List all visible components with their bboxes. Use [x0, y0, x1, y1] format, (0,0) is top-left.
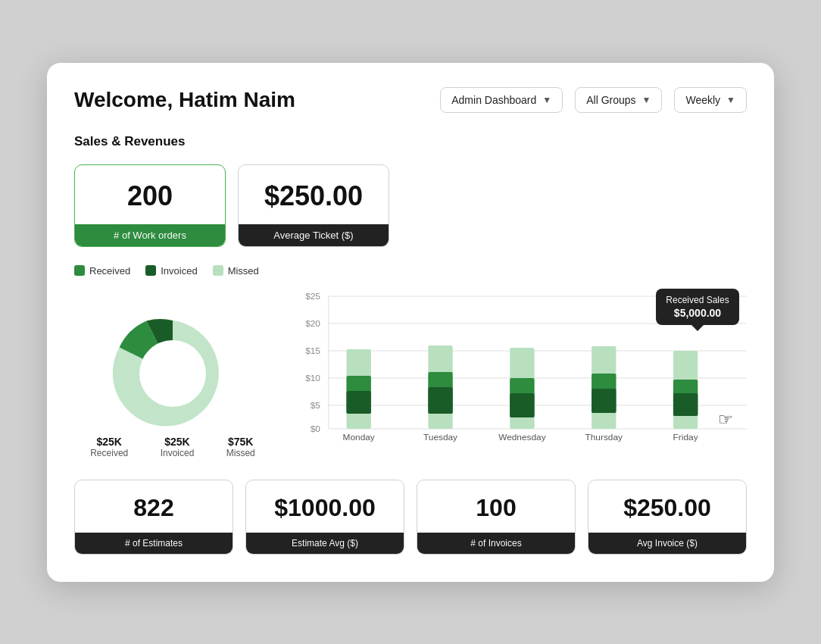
svg-text:Tuesday: Tuesday: [423, 433, 457, 442]
dashboard-dropdown-label: Admin Dashboard: [451, 94, 536, 106]
avg-ticket-value: $250.00: [239, 165, 389, 224]
svg-rect-24: [510, 393, 534, 417]
donut-received-amount: $25K: [90, 436, 128, 448]
legend-missed: Missed: [213, 265, 259, 277]
svg-text:$20: $20: [305, 319, 320, 328]
avg-invoice-value: $250.00: [588, 480, 746, 533]
dashboard-dropdown[interactable]: Admin Dashboard ▼: [440, 87, 563, 113]
svg-text:Monday: Monday: [343, 433, 375, 442]
donut-missed-amount: $75K: [226, 436, 255, 448]
invoiced-dot: [145, 265, 156, 276]
chart-legend: Received Invoiced Missed: [74, 265, 747, 277]
svg-text:$10: $10: [305, 374, 320, 383]
estimates-value: 822: [75, 480, 233, 533]
avg-invoice-stat: $250.00 Avg Invoice ($): [588, 480, 747, 555]
svg-text:$5: $5: [311, 401, 320, 410]
svg-text:$0: $0: [311, 424, 320, 433]
welcome-title: Welcome, Hatim Naim: [74, 88, 428, 112]
avg-invoice-label: Avg Invoice ($): [588, 533, 746, 554]
estimate-avg-value: $1000.00: [246, 480, 404, 533]
work-orders-stat: 200 # of Work orders: [74, 164, 226, 247]
svg-text:Wednesday: Wednesday: [498, 433, 546, 442]
donut-invoiced-amount: $25K: [161, 436, 195, 448]
bar-chart: $25 $20 $15 $10 $5 $0 Monday Tuesday: [289, 289, 747, 458]
avg-ticket-label: Average Ticket ($): [239, 224, 389, 246]
estimate-avg-stat: $1000.00 Estimate Avg ($): [245, 480, 404, 555]
estimates-stat: 822 # of Estimates: [74, 480, 233, 555]
svg-rect-16: [347, 391, 371, 414]
period-dropdown-label: Weekly: [685, 94, 720, 106]
header: Welcome, Hatim Naim Admin Dashboard ▼ Al…: [74, 87, 747, 113]
svg-text:$25: $25: [305, 292, 320, 301]
groups-dropdown[interactable]: All Groups ▼: [575, 87, 662, 113]
donut-labels: $25K Received $25K Invoiced $75K Missed: [74, 436, 271, 458]
invoiced-label: Invoiced: [161, 265, 197, 277]
donut-invoiced: $25K Invoiced: [161, 436, 195, 458]
svg-text:$15: $15: [305, 346, 320, 355]
dashboard-card: Welcome, Hatim Naim Admin Dashboard ▼ Al…: [47, 63, 774, 582]
groups-dropdown-label: All Groups: [586, 94, 635, 106]
donut-received: $25K Received: [90, 436, 128, 458]
donut-received-name: Received: [90, 448, 128, 458]
bar-chart-svg: $25 $20 $15 $10 $5 $0 Monday Tuesday: [289, 289, 747, 455]
svg-text:Thursday: Thursday: [585, 433, 623, 442]
svg-rect-20: [428, 387, 452, 414]
invoices-value: 100: [417, 480, 575, 533]
received-label: Received: [89, 265, 130, 277]
bottom-stats: 822 # of Estimates $1000.00 Estimate Avg…: [74, 480, 747, 555]
missed-label: Missed: [228, 265, 259, 277]
chevron-down-icon: ▼: [542, 95, 551, 105]
svg-rect-28: [592, 389, 616, 413]
section-title: Sales & Revenues: [74, 134, 747, 149]
charts-row: $25K Received $25K Invoiced $75K Missed: [74, 289, 747, 458]
donut-missed-name: Missed: [226, 448, 255, 458]
invoices-stat: 100 # of Invoices: [417, 480, 576, 555]
top-stats: 200 # of Work orders $250.00 Average Tic…: [74, 164, 747, 247]
chevron-down-icon: ▼: [726, 95, 735, 105]
svg-rect-32: [673, 393, 698, 416]
svg-point-0: [139, 340, 206, 407]
work-orders-label: # of Work orders: [75, 224, 225, 246]
cursor-icon: ☞: [718, 410, 733, 430]
estimates-label: # of Estimates: [75, 533, 233, 554]
svg-text:Friday: Friday: [673, 433, 698, 442]
legend-received: Received: [74, 265, 130, 277]
chevron-down-icon: ▼: [642, 95, 651, 105]
missed-dot: [213, 265, 223, 276]
legend-invoiced: Invoiced: [145, 265, 197, 277]
period-dropdown[interactable]: Weekly ▼: [674, 87, 747, 113]
received-dot: [74, 265, 85, 276]
estimate-avg-label: Estimate Avg ($): [246, 533, 404, 554]
invoices-label: # of Invoices: [417, 533, 575, 554]
avg-ticket-stat: $250.00 Average Ticket ($): [238, 164, 389, 247]
donut-missed: $75K Missed: [226, 436, 255, 458]
donut-invoiced-name: Invoiced: [161, 448, 195, 458]
work-orders-value: 200: [75, 165, 225, 224]
donut-chart: $25K Received $25K Invoiced $75K Missed: [74, 290, 271, 458]
